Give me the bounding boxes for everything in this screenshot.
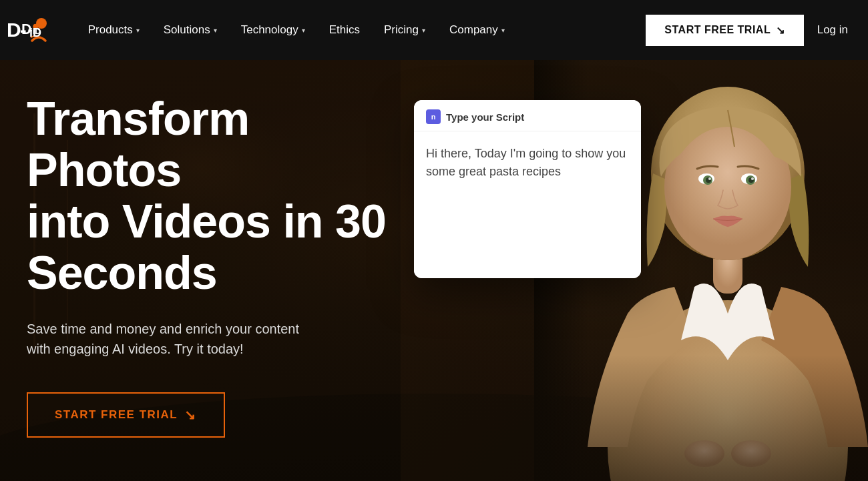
nav-cta-label: START FREE TRIAL: [664, 24, 771, 36]
navbar: D - i D D - iD Products ▾ Solutions ▾: [0, 0, 868, 60]
nav-item-company[interactable]: Company ▾: [439, 18, 515, 42]
company-label: Company: [449, 23, 498, 37]
hero-title: Transform Photos into Videos in 30 Secon…: [27, 93, 407, 299]
company-chevron: ▾: [501, 27, 505, 34]
script-card-title: Type your Script: [446, 111, 524, 123]
ethics-label: Ethics: [329, 23, 360, 37]
hero-cta-button[interactable]: START FREE TRIAL ↘: [27, 392, 225, 438]
logo[interactable]: D - i D D - iD: [20, 17, 51, 43]
technology-chevron: ▾: [302, 27, 305, 34]
nav-cta-arrow: ↘: [776, 24, 785, 37]
nav-cta-button[interactable]: START FREE TRIAL ↘: [646, 15, 803, 46]
hero-right-area: n Type your Script Hi there, Today I'm g…: [401, 60, 868, 481]
hero-title-line3: Seconds: [27, 247, 217, 299]
svg-text:iD: iD: [29, 26, 41, 39]
technology-label: Technology: [241, 23, 298, 37]
solutions-chevron: ▾: [214, 27, 217, 34]
script-card: n Type your Script Hi there, Today I'm g…: [414, 100, 641, 278]
nav-item-solutions[interactable]: Solutions ▾: [153, 18, 228, 42]
script-text: Hi there, Today I'm going to show you so…: [426, 145, 629, 181]
hero-title-line1: Transform Photos: [27, 93, 249, 196]
hero-content: Transform Photos into Videos in 30 Secon…: [27, 93, 407, 438]
hero-cta-arrow: ↘: [184, 407, 197, 423]
hero-section: Transform Photos into Videos in 30 Secon…: [0, 60, 868, 481]
solutions-label: Solutions: [164, 23, 210, 37]
script-card-body: Hi there, Today I'm going to show you so…: [414, 131, 641, 278]
nav-item-technology[interactable]: Technology ▾: [230, 18, 316, 42]
hero-subtitle: Save time and money and enrich your cont…: [27, 319, 320, 359]
nav-item-products[interactable]: Products ▾: [77, 18, 150, 42]
pricing-label: Pricing: [384, 23, 419, 37]
login-link[interactable]: Log in: [817, 23, 848, 37]
nav-item-pricing[interactable]: Pricing ▾: [373, 18, 436, 42]
hero-title-line2: into Videos in 30: [27, 195, 386, 248]
nav-links: Products ▾ Solutions ▾ Technology ▾ Ethi…: [77, 18, 646, 42]
nav-right: START FREE TRIAL ↘ Log in: [646, 15, 848, 46]
script-icon: n: [426, 109, 441, 124]
pricing-chevron: ▾: [422, 27, 425, 34]
products-chevron: ▾: [136, 27, 140, 34]
hero-cta-label: START FREE TRIAL: [55, 408, 178, 422]
products-label: Products: [88, 23, 133, 37]
script-card-header: n Type your Script: [414, 100, 641, 131]
nav-item-ethics[interactable]: Ethics: [318, 18, 371, 42]
